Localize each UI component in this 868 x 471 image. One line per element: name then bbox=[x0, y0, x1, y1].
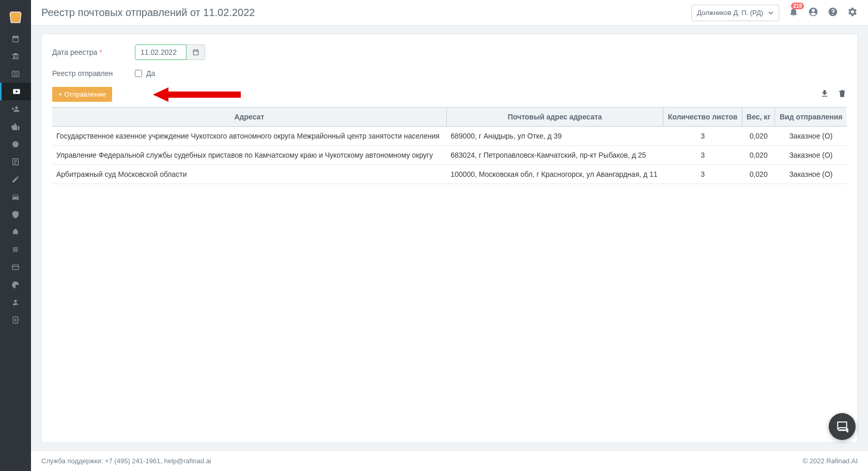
sent-label: Реестр отправлен bbox=[52, 69, 135, 78]
sidebar-item-1[interactable] bbox=[0, 30, 31, 48]
sidebar-item-7[interactable]: $ bbox=[0, 135, 31, 153]
download-icon[interactable] bbox=[820, 89, 829, 100]
table-row[interactable]: Государственное казенное учреждение Чуко… bbox=[52, 127, 847, 146]
sidebar-item-11[interactable] bbox=[0, 206, 31, 223]
svg-point-2 bbox=[16, 90, 18, 93]
add-shipment-button[interactable]: + Отправление bbox=[52, 87, 112, 102]
th-weight: Вес, кг bbox=[742, 108, 775, 127]
cell-recipient: Управление Федеральной службы судебных п… bbox=[52, 146, 446, 165]
date-label: Дата реестра * bbox=[52, 48, 135, 56]
cell-type: Заказное (О) bbox=[775, 127, 847, 146]
cell-recipient: Арбитражный суд Московской области bbox=[52, 165, 446, 184]
cell-sheets: 3 bbox=[663, 165, 742, 184]
main-card: Дата реестра * Реестр отправлен Да bbox=[41, 34, 858, 443]
calendar-icon bbox=[192, 49, 199, 56]
sidebar-item-10[interactable] bbox=[0, 188, 31, 206]
notifications-badge: 219 bbox=[791, 3, 804, 9]
settings-icon[interactable] bbox=[847, 7, 858, 19]
sidebar-item-14[interactable] bbox=[0, 259, 31, 276]
sidebar-item-active[interactable] bbox=[0, 83, 31, 100]
help-icon[interactable] bbox=[828, 7, 838, 19]
th-sheets: Количество листов bbox=[663, 108, 742, 127]
cell-type: Заказное (О) bbox=[775, 165, 847, 184]
user-icon[interactable] bbox=[808, 7, 818, 19]
arrow-annotation bbox=[153, 85, 241, 105]
cell-address: 689000, г Анадырь, ул Отке, д 39 bbox=[446, 127, 663, 146]
page-title: Реестр почтовых отправлений от 11.02.202… bbox=[41, 7, 691, 19]
cell-address: 683024, г Петропавловск-Камчатский, пр-к… bbox=[446, 146, 663, 165]
sidebar-item-2[interactable] bbox=[0, 48, 31, 65]
date-picker-button[interactable] bbox=[187, 44, 205, 60]
logo[interactable] bbox=[0, 4, 31, 30]
footer: Служба поддержки: +7 (495) 241-1961, hel… bbox=[31, 450, 868, 471]
cell-sheets: 3 bbox=[663, 146, 742, 165]
cell-address: 100000, Московская обл, г Красногорск, у… bbox=[446, 165, 663, 184]
sidebar-item-13[interactable] bbox=[0, 241, 31, 259]
bell-icon[interactable]: 219 bbox=[788, 7, 799, 19]
sidebar-item-16[interactable] bbox=[0, 294, 31, 311]
table-row[interactable]: Управление Федеральной службы судебных п… bbox=[52, 146, 847, 165]
th-address: Почтовый адрес адресата bbox=[446, 108, 663, 127]
sent-checkbox-label: Да bbox=[146, 69, 155, 78]
cell-type: Заказное (О) bbox=[775, 146, 847, 165]
sidebar-item-3[interactable] bbox=[0, 65, 31, 83]
svg-rect-8 bbox=[12, 265, 19, 269]
sidebar-item-5[interactable] bbox=[0, 100, 31, 118]
sidebar-item-8[interactable] bbox=[0, 153, 31, 171]
date-input[interactable] bbox=[135, 44, 187, 60]
sidebar-item-17[interactable] bbox=[0, 311, 31, 329]
shipments-table: Адресат Почтовый адрес адресата Количест… bbox=[52, 107, 847, 184]
sidebar-item-6[interactable] bbox=[0, 118, 31, 135]
topbar: Реестр почтовых отправлений от 11.02.202… bbox=[31, 0, 868, 26]
sidebar-item-9[interactable] bbox=[0, 171, 31, 188]
svg-text:$: $ bbox=[14, 141, 17, 147]
chevron-down-icon bbox=[768, 10, 773, 16]
sidebar: $ bbox=[0, 0, 31, 471]
cell-sheets: 3 bbox=[663, 127, 742, 146]
copyright-text: © 2022 Rafinad.AI bbox=[803, 457, 858, 465]
cell-weight: 0,020 bbox=[742, 165, 775, 184]
user-dropdown[interactable]: Должников Д. П. (РД) bbox=[691, 5, 779, 21]
sidebar-item-12[interactable] bbox=[0, 223, 31, 241]
support-text: Служба поддержки: +7 (495) 241-1961, hel… bbox=[41, 457, 211, 465]
sidebar-item-15[interactable] bbox=[0, 276, 31, 294]
th-recipient: Адресат bbox=[52, 108, 446, 127]
cell-weight: 0,020 bbox=[742, 127, 775, 146]
chat-button[interactable] bbox=[829, 413, 856, 440]
delete-icon[interactable] bbox=[838, 89, 847, 100]
th-type: Вид отправления bbox=[775, 108, 847, 127]
svg-marker-11 bbox=[153, 87, 241, 102]
table-row[interactable]: Арбитражный суд Московской области100000… bbox=[52, 165, 847, 184]
cell-weight: 0,020 bbox=[742, 146, 775, 165]
user-name: Должников Д. П. (РД) bbox=[697, 9, 763, 17]
cell-recipient: Государственное казенное учреждение Чуко… bbox=[52, 127, 446, 146]
sent-checkbox[interactable] bbox=[135, 70, 142, 77]
